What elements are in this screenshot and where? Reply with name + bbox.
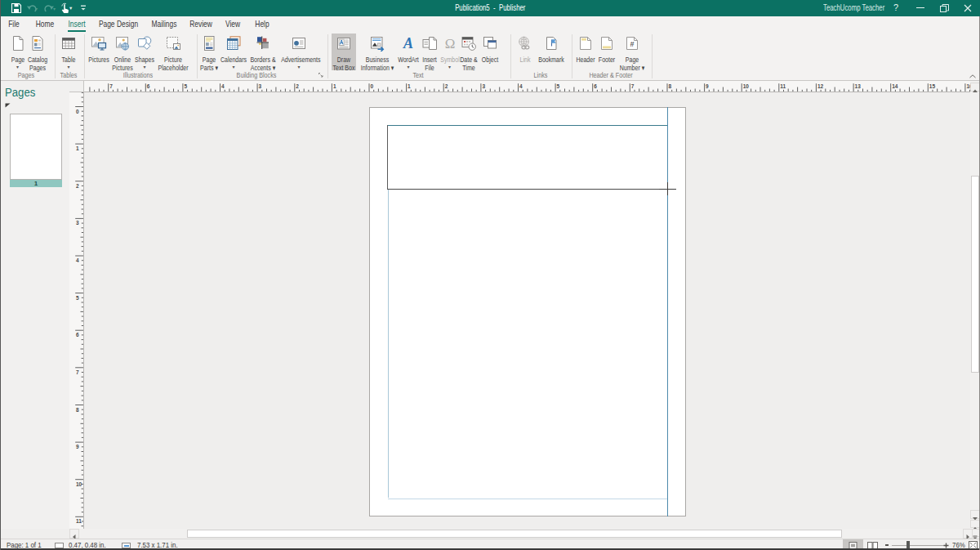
svg-text:5: 5 (557, 83, 560, 89)
svg-text:5: 5 (184, 83, 187, 89)
svg-text:4: 4 (221, 83, 225, 89)
svg-text:7: 7 (76, 369, 79, 375)
svg-text:3: 3 (259, 83, 262, 89)
svg-text:10: 10 (76, 481, 82, 487)
svg-text:3: 3 (76, 220, 79, 226)
svg-text:2: 2 (296, 83, 299, 89)
svg-text:9: 9 (76, 444, 79, 449)
svg-text:8: 8 (669, 83, 672, 89)
svg-text:6: 6 (594, 83, 597, 89)
svg-text:1: 1 (333, 83, 336, 89)
svg-text:15: 15 (929, 83, 936, 89)
svg-text:6: 6 (147, 83, 150, 89)
svg-text:7: 7 (631, 83, 635, 89)
svg-text:10: 10 (743, 83, 750, 89)
svg-text:11: 11 (780, 83, 786, 89)
svg-text:7: 7 (109, 83, 113, 89)
svg-text:#: # (630, 40, 634, 48)
svg-text:6: 6 (76, 332, 79, 338)
svg-text:0: 0 (76, 109, 79, 114)
svg-text:5: 5 (76, 295, 79, 301)
svg-text:8: 8 (76, 407, 79, 413)
svg-text:13: 13 (855, 83, 862, 89)
svg-text:1: 1 (408, 83, 411, 89)
svg-text:3: 3 (482, 83, 485, 89)
svg-text:12: 12 (817, 83, 824, 89)
svg-text:9: 9 (706, 83, 709, 89)
svg-text:4: 4 (76, 257, 79, 263)
svg-text:14: 14 (892, 83, 898, 89)
svg-text:4: 4 (519, 83, 523, 89)
svg-text:0: 0 (371, 83, 374, 89)
svg-text:11: 11 (76, 518, 82, 524)
svg-text:1: 1 (76, 145, 79, 151)
svg-text:2: 2 (445, 83, 448, 89)
svg-text:2: 2 (76, 183, 79, 189)
